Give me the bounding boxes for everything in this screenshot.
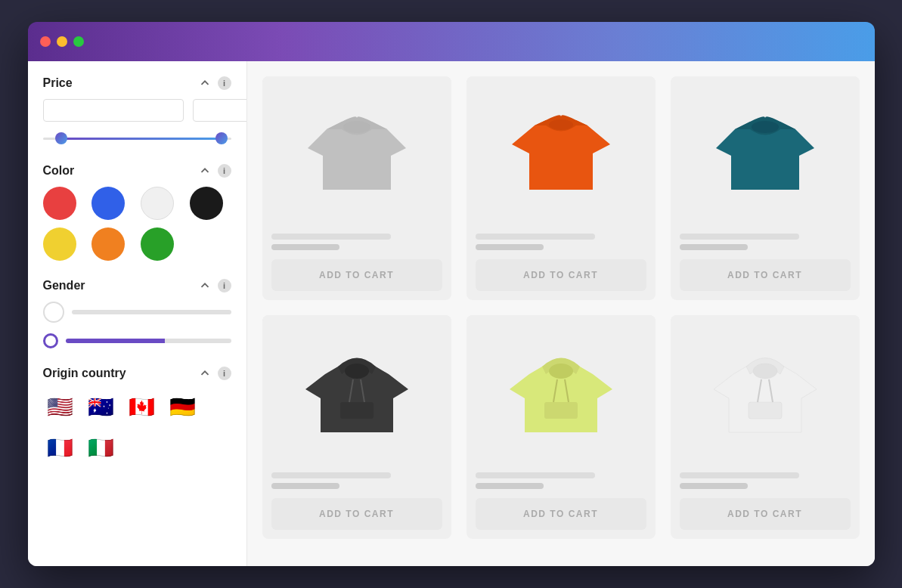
gender-info-icon[interactable]: i xyxy=(218,279,231,292)
product-card-2: ADD TO CART xyxy=(466,76,656,300)
product-info-5 xyxy=(466,466,656,492)
color-swatch-white[interactable] xyxy=(141,187,174,220)
titlebar xyxy=(28,22,875,61)
add-to-cart-button-2[interactable]: ADD TO CART xyxy=(476,259,646,291)
gender-row-2 xyxy=(43,333,231,348)
origin-country-info-icon[interactable]: i xyxy=(218,367,231,380)
gender-chevron-icon[interactable] xyxy=(198,279,212,292)
color-swatch-green[interactable] xyxy=(141,227,174,261)
flag-it[interactable]: 🇮🇹 xyxy=(84,430,119,465)
color-filter-header: Color i xyxy=(43,164,231,178)
price-filter-label: Price xyxy=(43,76,73,90)
product-image-area-4 xyxy=(262,315,451,466)
svg-point-2 xyxy=(752,121,779,133)
price-slider-thumb-right[interactable] xyxy=(215,132,228,144)
product-grid: ADD TO CART xyxy=(262,76,860,539)
origin-country-filter-header: Origin country i xyxy=(43,367,231,380)
product-area: ADD TO CART xyxy=(247,61,875,566)
product-info-6 xyxy=(671,466,860,492)
price-slider-thumb-left[interactable] xyxy=(55,132,67,144)
origin-country-label: Origin country xyxy=(43,367,126,380)
color-filter-label: Color xyxy=(43,164,75,178)
product-name-bar-2 xyxy=(476,234,595,240)
flag-us[interactable]: 🇺🇸 xyxy=(43,389,78,424)
product-image-area-5 xyxy=(466,315,656,466)
price-slider[interactable] xyxy=(43,131,231,146)
color-grid xyxy=(43,187,231,261)
product-price-bar-5 xyxy=(476,483,544,489)
add-to-cart-button-5[interactable]: ADD TO CART xyxy=(476,498,646,530)
product-card-3: ADD TO CART xyxy=(671,76,860,300)
origin-country-chevron-icon[interactable] xyxy=(198,367,212,380)
product-image-4 xyxy=(296,330,417,451)
add-to-cart-button-1[interactable]: ADD TO CART xyxy=(271,259,442,291)
product-card-5: ADD TO CART xyxy=(466,315,656,539)
color-filter-controls: i xyxy=(198,164,231,178)
product-name-bar-5 xyxy=(476,472,595,478)
svg-point-7 xyxy=(549,364,573,379)
gender-filter-controls: i xyxy=(198,279,231,292)
product-info-3 xyxy=(671,227,860,253)
main-content: Price i xyxy=(28,61,875,566)
price-filter-header: Price i xyxy=(43,76,231,90)
gender-ball-1 xyxy=(43,302,64,323)
product-price-bar-6 xyxy=(680,483,748,489)
product-image-3 xyxy=(705,91,826,212)
color-swatch-blue[interactable] xyxy=(91,187,125,220)
product-price-bar-1 xyxy=(271,244,339,250)
product-name-bar-1 xyxy=(271,234,391,240)
svg-point-1 xyxy=(549,119,573,130)
product-image-area-3 xyxy=(671,76,860,227)
svg-point-0 xyxy=(343,121,370,133)
product-card-4: ADD TO CART xyxy=(262,315,451,539)
product-card-6: ADD TO CART xyxy=(671,315,860,539)
product-price-bar-2 xyxy=(476,244,544,250)
product-image-2 xyxy=(501,91,621,212)
product-image-area-6 xyxy=(671,315,860,466)
price-min-input[interactable] xyxy=(43,99,184,122)
flag-fr[interactable]: 🇫🇷 xyxy=(43,430,78,465)
color-swatch-yellow[interactable] xyxy=(43,227,76,261)
color-chevron-icon[interactable] xyxy=(198,164,212,178)
add-to-cart-button-4[interactable]: ADD TO CART xyxy=(271,498,442,530)
svg-rect-12 xyxy=(749,402,782,419)
color-filter: Color i xyxy=(43,164,231,261)
color-info-icon[interactable]: i xyxy=(218,164,231,178)
sidebar: Price i xyxy=(28,61,247,566)
flag-au[interactable]: 🇦🇺 xyxy=(84,389,119,424)
gender-slider-track-1[interactable] xyxy=(72,310,231,314)
price-info-icon[interactable]: i xyxy=(218,76,231,90)
color-swatch-red[interactable] xyxy=(43,187,76,220)
color-swatch-orange[interactable] xyxy=(91,227,125,261)
close-button[interactable] xyxy=(40,36,51,47)
gender-filter-label: Gender xyxy=(43,279,85,292)
app-window: Price i xyxy=(28,22,875,566)
gender-filter-header: Gender i xyxy=(43,279,231,292)
color-swatch-black[interactable] xyxy=(190,187,223,220)
add-to-cart-button-3[interactable]: ADD TO CART xyxy=(680,259,851,291)
gender-row-1 xyxy=(43,302,231,323)
price-slider-fill xyxy=(61,138,222,140)
product-image-5 xyxy=(501,330,621,451)
product-name-bar-4 xyxy=(271,472,391,478)
origin-country-controls: i xyxy=(198,367,231,380)
gender-slider-fill[interactable] xyxy=(66,339,231,343)
product-price-bar-3 xyxy=(680,244,748,250)
product-image-area-1 xyxy=(262,76,451,227)
add-to-cart-button-6[interactable]: ADD TO CART xyxy=(680,498,851,530)
product-name-bar-6 xyxy=(680,472,799,478)
svg-point-3 xyxy=(345,364,369,379)
flag-ca[interactable]: 🇨🇦 xyxy=(125,389,160,424)
gender-controls xyxy=(43,302,231,348)
price-chevron-icon[interactable] xyxy=(198,76,212,90)
minimize-button[interactable] xyxy=(57,36,67,47)
price-max-input[interactable] xyxy=(193,99,247,122)
maximize-button[interactable] xyxy=(73,36,84,47)
gender-slider-thumb[interactable] xyxy=(43,333,58,348)
svg-point-11 xyxy=(753,364,777,379)
svg-rect-4 xyxy=(340,402,374,419)
flag-grid: 🇺🇸 🇦🇺 🇨🇦 🇩🇪 🇫🇷 🇮🇹 xyxy=(43,389,231,465)
product-price-bar-4 xyxy=(271,483,339,489)
price-inputs xyxy=(43,99,231,122)
flag-de[interactable]: 🇩🇪 xyxy=(166,389,200,424)
